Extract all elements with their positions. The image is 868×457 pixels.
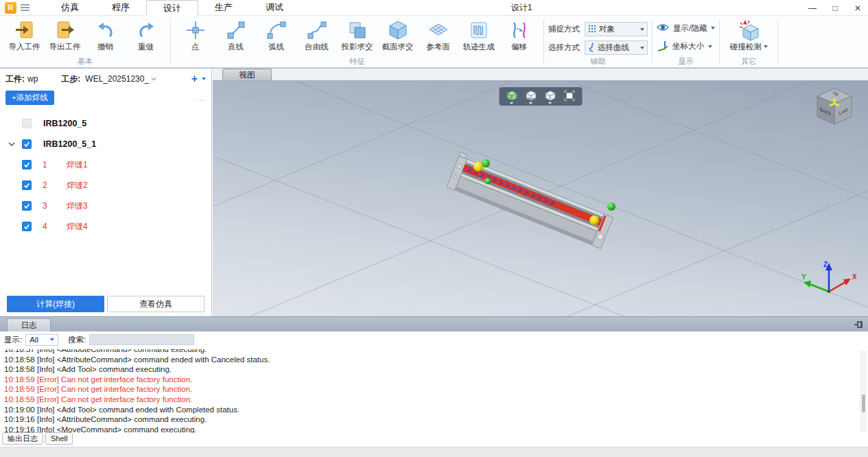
weld-point-marker: [589, 215, 599, 225]
log-level-select[interactable]: All: [25, 334, 58, 346]
projection-intersect-button[interactable]: 投影求交: [337, 17, 377, 51]
line-button[interactable]: 直线: [215, 17, 256, 51]
step-select[interactable]: 工步: WEL_20251230_: [61, 73, 156, 85]
log-output[interactable]: 10:18:57 [Info] <AttributeCommand> comma…: [0, 349, 857, 433]
minimize-button[interactable]: —: [808, 3, 817, 13]
object-snap-grid-icon: [588, 25, 596, 34]
show-hide-button[interactable]: 显示/隐藏: [657, 23, 715, 34]
log-tab[interactable]: 日志: [7, 318, 51, 331]
more-options-button[interactable]: ...: [196, 94, 206, 102]
chevron-down-icon: [50, 338, 54, 341]
view-tab[interactable]: 视图: [222, 69, 272, 80]
collision-detect-button[interactable]: 碰撞检测: [724, 17, 773, 51]
output-log-tab[interactable]: 输出日志: [2, 432, 43, 445]
trajectory-generate-button[interactable]: 轨迹生成: [458, 17, 499, 51]
render-mode-button[interactable]: Solid: [525, 90, 537, 104]
viewport-tab-bar: 视图: [213, 69, 868, 81]
weld-seam-row[interactable]: 3 焊缝3: [0, 196, 211, 216]
ribbon-group-aux: 捕捉方式 对象 选择方式: [546, 16, 650, 67]
calculate-weld-button[interactable]: 计算(焊接): [7, 296, 104, 312]
close-button[interactable]: ✕: [853, 3, 863, 13]
3d-canvas[interactable]: Solid Up Bac: [213, 81, 868, 316]
point-label: 点: [191, 42, 200, 51]
group-label-other: 其它: [724, 57, 773, 67]
weld-seam-row[interactable]: 1 焊缝1: [0, 154, 211, 175]
maximize-button[interactable]: □: [830, 3, 840, 13]
select-mode-select[interactable]: 选择曲线: [585, 40, 648, 55]
window-controls: — □ ✕: [808, 0, 863, 16]
tree-node-robot-2[interactable]: IRB1200_5_1: [0, 134, 211, 154]
redo-button[interactable]: 重做: [126, 17, 166, 51]
app-logo[interactable]: R: [5, 2, 16, 14]
tab-simulation[interactable]: 仿真: [45, 0, 95, 16]
add-weld-line-button[interactable]: +添加焊线: [5, 91, 54, 105]
chevron-expand-icon[interactable]: [8, 141, 22, 148]
export-part-button[interactable]: 导出工件: [45, 17, 85, 51]
checkbox-unchecked[interactable]: [22, 119, 32, 128]
log-level-value: All: [30, 336, 38, 344]
ribbon-separator: [719, 19, 720, 64]
select-mode-label: 选择方式: [548, 43, 580, 53]
group-label-aux: 辅助: [548, 57, 648, 67]
weld-tree: IRB1200_5 IRB1200_5_1 1 焊缝1: [0, 113, 211, 237]
log-scrollbar[interactable]: [860, 351, 867, 432]
chevron-down-icon: [764, 45, 768, 48]
arc-button[interactable]: 弧线: [256, 17, 296, 51]
chevron-down-icon[interactable]: [202, 78, 206, 80]
checkbox-checked[interactable]: [22, 222, 32, 231]
section-intersect-label: 截面求交: [382, 42, 414, 51]
checkbox-checked[interactable]: [22, 180, 32, 190]
undo-label: 撤销: [97, 42, 113, 51]
log-entry: 10:19:16 [Info] <AttributeCommand> comma…: [4, 414, 857, 425]
view-toolbar: Solid: [499, 87, 582, 106]
chevron-down-icon: [510, 102, 514, 104]
cube-icon: [544, 90, 556, 102]
tab-design[interactable]: 设计: [146, 0, 198, 16]
tab-debug[interactable]: 调试: [249, 0, 300, 16]
pin-icon[interactable]: [854, 320, 863, 332]
tab-program[interactable]: 程序: [95, 0, 146, 16]
point-icon: [185, 19, 206, 42]
zoom-fit-button[interactable]: [563, 90, 575, 104]
checkbox-checked[interactable]: [22, 139, 32, 149]
menu-icon[interactable]: [21, 4, 30, 11]
checkbox-checked[interactable]: [22, 160, 32, 169]
tab-production[interactable]: 生产: [198, 0, 249, 16]
weld-seam-row[interactable]: 2 焊缝2: [0, 175, 211, 196]
import-part-button[interactable]: 导入工件: [4, 17, 45, 51]
undo-button[interactable]: 撤销: [85, 17, 126, 51]
chevron-down-icon: [151, 76, 156, 82]
weld-seam-row[interactable]: 4 焊缝4: [0, 216, 211, 237]
section-intersect-button[interactable]: 截面求交: [377, 17, 418, 51]
trajectory-generate-icon: [469, 19, 489, 42]
group-label-display: 显示: [657, 57, 715, 67]
reference-plane-button[interactable]: 参考面: [418, 17, 458, 51]
iso-view-button[interactable]: [506, 90, 517, 104]
export-part-icon: [55, 19, 75, 42]
weld-seam-index: 3: [43, 201, 60, 211]
log-entry: 10:19:16 [Info] <MoveCommand> command ex…: [4, 425, 857, 433]
show-hide-label: 显示/隐藏: [673, 23, 707, 34]
scrollbar-thumb[interactable]: [862, 395, 865, 412]
reference-plane-icon: [428, 19, 449, 42]
tree-node-robot-1[interactable]: IRB1200_5: [0, 113, 211, 134]
snap-mode-select[interactable]: 对象: [585, 22, 648, 36]
line-icon: [226, 19, 246, 42]
navigation-cube[interactable]: Up Back Left: [810, 84, 859, 134]
chevron-down-icon: [708, 45, 712, 48]
panel-action-buttons: 计算(焊接) 查看仿真: [0, 296, 211, 312]
display-style-button[interactable]: [544, 90, 556, 104]
point-button[interactable]: 点: [175, 17, 215, 51]
log-search-input[interactable]: [89, 334, 194, 345]
checkbox-checked[interactable]: [22, 201, 32, 211]
trajectory-generate-label: 轨迹生成: [463, 42, 495, 51]
line-label: 直线: [228, 42, 244, 51]
free-line-button[interactable]: 自由线: [296, 17, 337, 51]
view-simulation-button[interactable]: 查看仿真: [107, 296, 204, 312]
log-filter-bar: 显示: All 搜索:: [0, 331, 868, 348]
add-step-button[interactable]: +: [191, 74, 198, 84]
shell-tab[interactable]: Shell: [45, 432, 73, 445]
offset-button[interactable]: 偏移: [499, 17, 539, 51]
coord-size-button[interactable]: 坐标大小: [657, 40, 715, 53]
log-header: 日志: [0, 316, 868, 331]
